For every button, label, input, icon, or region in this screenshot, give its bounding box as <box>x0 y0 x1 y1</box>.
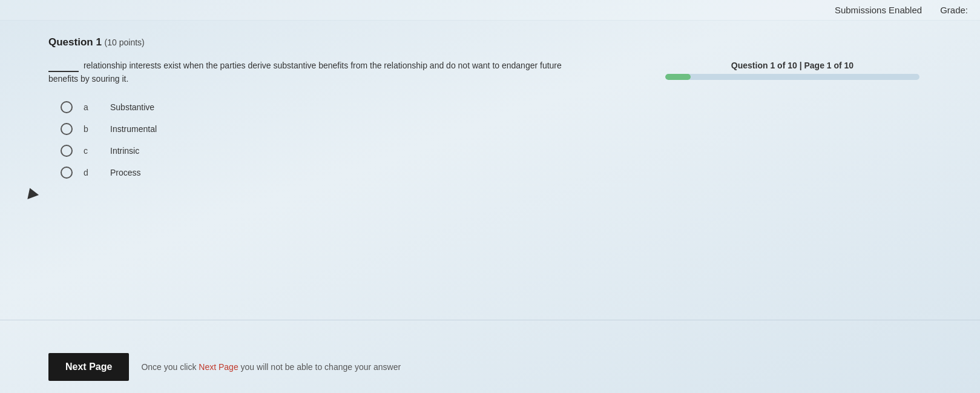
option-d-text: Process <box>110 168 141 177</box>
main-content: Question 1 (10 points) Question 1 of 10 … <box>48 24 956 345</box>
option-a[interactable]: a Substantive <box>61 101 956 113</box>
progress-area: Question 1 of 10 | Page 1 of 10 <box>665 61 919 80</box>
warning-message: Once you click Next Page you will not be… <box>141 362 401 372</box>
option-c[interactable]: c Intrinsic <box>61 145 956 157</box>
option-b[interactable]: b Instrumental <box>61 123 956 135</box>
radio-b[interactable] <box>61 123 73 135</box>
question-header: Question 1 (10 points) <box>48 36 956 48</box>
radio-d[interactable] <box>61 167 73 179</box>
option-c-text: Intrinsic <box>110 146 139 156</box>
question-points: (10 points) <box>105 38 145 47</box>
question-body: relationship interests exist when the pa… <box>48 61 562 84</box>
bottom-area: Next Page Once you click Next Page you w… <box>48 353 956 381</box>
blank-line <box>48 58 79 72</box>
option-c-letter: c <box>84 146 92 156</box>
grade-label: Grade: <box>940 5 968 15</box>
radio-a[interactable] <box>61 101 73 113</box>
section-divider <box>0 320 980 320</box>
submissions-enabled-status: Submissions Enabled <box>835 5 922 15</box>
option-b-letter: b <box>84 124 92 134</box>
progress-bar-fill <box>665 74 691 80</box>
option-d-letter: d <box>84 168 92 177</box>
options-list: a Substantive b Instrumental c Intrinsic… <box>61 101 956 179</box>
question-title-text: Question 1 <box>48 36 102 48</box>
top-bar: Submissions Enabled Grade: <box>0 0 980 21</box>
cursor-arrow <box>24 186 39 199</box>
warning-highlight: Next Page <box>199 362 238 372</box>
next-page-button[interactable]: Next Page <box>48 353 129 381</box>
radio-c[interactable] <box>61 145 73 157</box>
question-text: relationship interests exist when the pa… <box>48 58 593 86</box>
question-title: Question 1 (10 points) <box>48 36 145 48</box>
option-a-letter: a <box>84 102 92 112</box>
option-b-text: Instrumental <box>110 124 157 134</box>
option-d[interactable]: d Process <box>61 167 956 179</box>
progress-bar-container <box>665 74 919 80</box>
option-a-text: Substantive <box>110 102 154 112</box>
progress-label: Question 1 of 10 | Page 1 of 10 <box>665 61 919 70</box>
